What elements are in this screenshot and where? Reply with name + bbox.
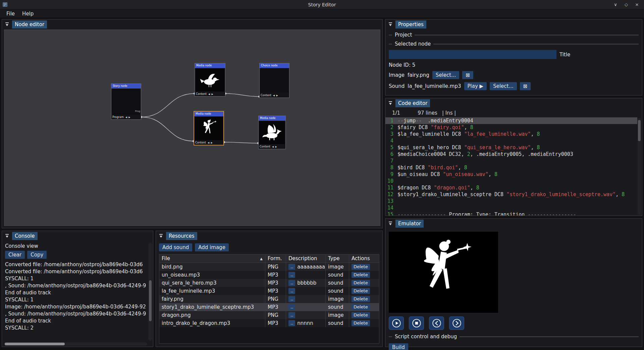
cell-file: la_fee_luminelle.mp3 [159, 287, 265, 295]
add-image-button[interactable]: Add image [195, 243, 229, 251]
code-scrollbar[interactable] [638, 118, 641, 215]
code-line[interactable]: 8$bird DC8 "bird.qoi", 8 [385, 164, 637, 171]
panel-title-code-editor[interactable]: Code editor [395, 99, 430, 107]
sound-select-button[interactable]: Select... [490, 82, 517, 90]
graph-node-choice[interactable]: Choice nodeContent◀ ▶ [259, 63, 289, 98]
panel-title-node-editor[interactable]: Node editor [12, 20, 47, 28]
code-line[interactable]: 6$mediaChoice0004 DC32, 2, .mediaEntry00… [385, 151, 637, 158]
play-button[interactable] [389, 316, 404, 330]
edit-description-button[interactable]: .. [288, 264, 295, 270]
code-line[interactable]: 12$story1_drako_luminelle_sceptre DC8 "s… [385, 191, 637, 198]
table-row[interactable]: bird.pngPNG..aaaaaaaaaimageDelete [159, 263, 379, 271]
column-header-type[interactable]: Type [326, 254, 349, 262]
delete-button[interactable]: Delete [352, 296, 370, 302]
delete-button[interactable]: Delete [352, 264, 370, 270]
node-editor-panel: Node editor Story nodeProgram◀ ▶ProgMedi… [2, 19, 383, 228]
edit-description-button[interactable]: .. [288, 280, 295, 286]
image-clear-button[interactable]: ⊠ [462, 71, 473, 79]
column-header-file[interactable]: File ▲ [159, 254, 265, 262]
collapse-icon[interactable] [387, 101, 393, 106]
graph-node-dragon[interactable]: Media nodeContent◀ ▶ [258, 116, 286, 149]
delete-button[interactable]: Delete [352, 304, 370, 310]
table-row[interactable]: story1_drako_luminelle_sceptre.mp3MP3..s… [159, 303, 379, 311]
code-line[interactable]: 3$la_fee_luminelle DC8 "la_fee_luminelle… [385, 131, 637, 137]
stop-button[interactable] [409, 316, 424, 330]
console-horizontal-scrollbar[interactable] [4, 342, 147, 346]
collapse-icon[interactable] [4, 233, 10, 239]
table-row[interactable]: fairy.pngPNG..imageDelete [159, 295, 379, 303]
panel-title-resources[interactable]: Resources [166, 232, 197, 240]
add-sound-button[interactable]: Add sound [159, 243, 192, 251]
panel-title-console[interactable]: Console [12, 232, 38, 240]
column-header-description[interactable]: Description [286, 254, 326, 262]
table-row[interactable]: dragon.pngPNG..imageDelete [159, 311, 379, 319]
collapse-icon[interactable] [158, 233, 164, 239]
code-line[interactable]: 14 [385, 205, 637, 211]
sound-clear-button[interactable]: ⊠ [520, 82, 531, 90]
delete-button[interactable]: Delete [352, 280, 370, 286]
panel-title-properties[interactable]: Properties [395, 20, 426, 28]
clear-button[interactable]: Clear [5, 251, 25, 259]
node-footer: Content◀ ▶ [195, 92, 225, 96]
graph-node-story[interactable]: Story nodeProgram◀ ▶Prog [111, 83, 141, 120]
code-line[interactable]: 2$fairy DC8 "fairy.qoi", 8 [385, 124, 637, 131]
step-back-button[interactable] [429, 316, 444, 330]
code-line[interactable]: 11$dragon DC8 "dragon.qoi", 8 [385, 184, 637, 191]
table-row[interactable]: la_fee_luminelle.mp3MP3..soundDelete [159, 287, 379, 295]
code-line[interactable]: 13 [385, 198, 637, 205]
title-input[interactable] [389, 50, 556, 59]
maximize-button[interactable]: ◇ [623, 2, 629, 7]
console-vertical-scrollbar[interactable] [149, 243, 152, 341]
collapse-icon[interactable] [4, 22, 10, 27]
node-title: Media node [194, 112, 223, 116]
menu-help[interactable]: Help [18, 10, 37, 17]
delete-button[interactable]: Delete [352, 320, 370, 326]
edit-description-button[interactable]: .. [288, 320, 295, 326]
shade-button[interactable]: ∨ [612, 2, 619, 7]
code-text: $mediaChoice0004 DC32, 2, .mediaEntry000… [397, 151, 573, 158]
cell-actions: Delete [349, 311, 379, 319]
table-row[interactable]: un_oiseau.mp3MP3..soundDelete [159, 271, 379, 279]
edit-description-button[interactable]: .. [288, 304, 295, 310]
code-line[interactable]: 4 [385, 137, 637, 144]
edit-description-button[interactable]: .. [288, 272, 295, 278]
line-number: 8 [385, 164, 397, 171]
pager-arrows-icon[interactable]: ◀ ▶ [208, 93, 214, 96]
play-sound-button[interactable]: Play ▶ [464, 82, 487, 90]
table-row[interactable]: qui_sera_le_hero.mp3MP3..bbbbbbsoundDele… [159, 279, 379, 287]
copy-button[interactable]: Copy [27, 251, 47, 259]
image-select-button[interactable]: Select... [432, 71, 460, 79]
column-header-format[interactable]: Form. [265, 254, 286, 262]
pager-arrows-icon[interactable]: ◀ ▶ [208, 141, 213, 144]
step-forward-button[interactable] [449, 316, 464, 330]
title-bar[interactable]: Story Editor ∨ ◇ × [0, 0, 644, 9]
code-line[interactable]: 10 [385, 178, 637, 184]
code-line[interactable]: 7 [385, 158, 637, 164]
column-header-actions[interactable]: Actions [349, 254, 379, 262]
table-row[interactable]: intro_drako_le_dragon.mp3MP3..nnnnnsound… [159, 319, 379, 327]
collapse-icon[interactable] [387, 22, 393, 27]
delete-button[interactable]: Delete [352, 272, 370, 278]
code-line[interactable]: 15---------------- Program: Type: Transi… [385, 211, 637, 216]
build-button[interactable]: Build [389, 343, 408, 350]
code-line[interactable]: 5$qui_sera_le_hero DC8 "qui_sera_le_hero… [385, 144, 637, 151]
delete-button[interactable]: Delete [352, 312, 370, 318]
code-line[interactable]: 9$un_oiseau DC8 "un_oiseau.wav", 8 [385, 171, 637, 178]
delete-button[interactable]: Delete [352, 288, 370, 294]
edit-description-button[interactable]: .. [288, 288, 295, 294]
collapse-icon[interactable] [387, 221, 393, 227]
menu-file[interactable]: File [3, 10, 18, 17]
panel-title-emulator[interactable]: Emulator [395, 220, 424, 228]
pager-arrows-icon[interactable]: ◀ ▶ [273, 94, 278, 97]
node-canvas[interactable]: Story nodeProgram◀ ▶ProgMedia nodeConten… [4, 30, 380, 226]
edit-description-button[interactable]: .. [288, 312, 295, 318]
graph-node-fairy[interactable]: Media nodeContent◀ ▶ [194, 111, 224, 145]
code-area[interactable]: 1--jump-- .mediaEntry00042$fairy DC8 "fa… [385, 117, 642, 216]
pager-arrows-icon[interactable]: ◀ ▶ [272, 145, 277, 148]
close-button[interactable]: × [634, 2, 640, 7]
cell-format: PNG [265, 263, 286, 271]
code-line[interactable]: 1--jump-- .mediaEntry0004 [385, 117, 637, 124]
pager-arrows-icon[interactable]: ◀ ▶ [125, 116, 131, 119]
graph-node-bird[interactable]: Media nodeContent◀ ▶ [195, 63, 225, 97]
edit-description-button[interactable]: .. [288, 296, 295, 302]
